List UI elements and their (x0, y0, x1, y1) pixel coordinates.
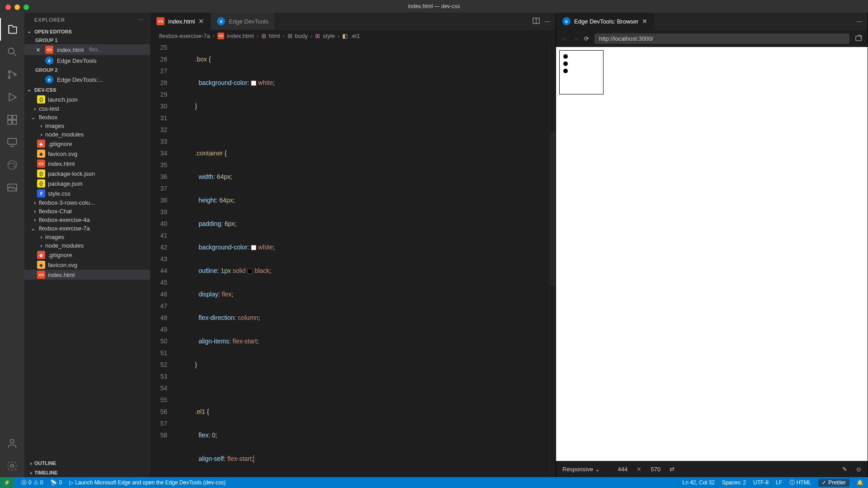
status-errors[interactable]: ⓧ 0 ⚠ 0 (21, 479, 43, 487)
file-index-html-1[interactable]: <>index.html (24, 159, 150, 169)
open-editor-edge-devtools[interactable]: e Edge DevTools (24, 55, 150, 66)
tab-edge-devtools[interactable]: e Edge DevTools (211, 13, 275, 30)
viewport-height[interactable]: 570 (651, 466, 660, 473)
status-encoding[interactable]: UTF-8 (753, 479, 769, 486)
status-language[interactable]: ⓘ HTML (789, 479, 811, 487)
code-content[interactable]: .box { background-color: white; } .conta… (179, 42, 549, 477)
open-editor-index-html[interactable]: ✕ <> index.html flex... (24, 44, 150, 55)
explorer-activity-icon[interactable] (0, 18, 24, 41)
explorer-title: EXPLORER (34, 17, 65, 23)
file-style-css[interactable]: #style.css (24, 188, 150, 198)
device-toolbar: Responsive ⌄ 444 ✕ 570 ⇄ ✎ ⊙ (556, 461, 868, 477)
html-file-icon: <> (37, 271, 45, 279)
viewport-width[interactable]: 444 (618, 466, 628, 473)
css-file-icon: # (37, 189, 45, 197)
outline-section[interactable]: ⌄OUTLINE (24, 458, 150, 468)
breadcrumb-bar[interactable]: flexbox-exercise-7a› <>index.html› ⊞html… (150, 30, 556, 42)
breadcrumb-body[interactable]: body (295, 33, 308, 39)
folder-flexbox-7a[interactable]: ⌄flexbox-exercise-7a (24, 224, 150, 233)
timeline-section[interactable]: ⌄TIMELINE (24, 468, 150, 477)
chevron-down-icon: ⌄ (595, 466, 600, 473)
folder-flexbox-3rows[interactable]: ⌄flexbox-3-rows-colu... (24, 198, 150, 207)
remote-activity-icon[interactable] (0, 131, 24, 154)
tab-edge-browser[interactable]: e Edge DevTools: Browser ✕ (556, 13, 654, 30)
folder-css-test[interactable]: ⌄css-test (24, 104, 150, 113)
file-pkg-lock[interactable]: {}package-lock.json (24, 169, 150, 178)
browser-back-icon[interactable]: ← (561, 35, 567, 42)
screenshot-icon[interactable]: ⊙ (856, 466, 861, 473)
folder-node-modules[interactable]: ⌄node_modules (24, 130, 150, 139)
image-activity-icon[interactable] (0, 176, 24, 199)
status-notifications-icon[interactable]: 🔔 (857, 479, 863, 486)
window-maximize-button[interactable] (24, 5, 29, 10)
accounts-activity-icon[interactable] (0, 432, 24, 455)
code-editor[interactable]: 25262728 29303132 33343536 37383940 4142… (150, 42, 556, 477)
open-editors-section[interactable]: ⌄OPEN EDITORS (24, 27, 150, 36)
folder-flexbox-chat[interactable]: ⌄flexbox-Chat (24, 207, 150, 216)
file-pkg[interactable]: {}package.json (24, 178, 150, 188)
svg-point-9 (8, 160, 17, 169)
minimap[interactable] (549, 42, 556, 477)
json-file-icon: {} (37, 95, 45, 103)
explorer-sidebar: EXPLORER ⋯ ⌄OPEN EDITORS GROUP 1 ✕ <> in… (24, 13, 150, 477)
status-prettier[interactable]: ✓ Prettier (818, 479, 849, 487)
file-launch-json[interactable]: {}launch.json (24, 94, 150, 104)
folder-images-2[interactable]: ⌄images (24, 233, 150, 241)
folder-node-modules-2[interactable]: ⌄node_modules (24, 241, 150, 250)
folder-flexbox[interactable]: ⌄flexbox (24, 113, 150, 122)
file-favicon-2[interactable]: ◆favicon.svg (24, 260, 150, 270)
folder-images[interactable]: ⌄images (24, 122, 150, 130)
minimap-slider[interactable] (550, 132, 556, 286)
browser-reload-icon[interactable]: ⟳ (584, 35, 589, 42)
status-indent[interactable]: Spaces: 2 (722, 479, 746, 486)
window-close-button[interactable] (5, 5, 11, 10)
json-file-icon: {} (37, 169, 45, 178)
close-editor-icon[interactable]: ✕ (34, 47, 42, 53)
breadcrumb-folder[interactable]: flexbox-exercise-7a (159, 33, 210, 39)
status-launch-task[interactable]: ▷ Launch Microsoft Edge and open the Edg… (69, 479, 226, 486)
svg-point-11 (10, 439, 14, 443)
group-2-label: GROUP 2 (24, 66, 150, 74)
responsive-select[interactable]: Responsive ⌄ (562, 466, 600, 473)
browser-open-external-icon[interactable] (855, 34, 862, 43)
svg-point-1 (8, 70, 10, 72)
breadcrumb-style[interactable]: style (323, 33, 335, 39)
close-tab-icon[interactable]: ✕ (642, 18, 647, 25)
file-favicon[interactable]: ◆favicon.svg (24, 149, 150, 159)
url-bar[interactable]: http://localhost:3000/ (594, 33, 849, 44)
more-actions-icon[interactable]: ⋯ (544, 18, 550, 25)
source-control-activity-icon[interactable] (0, 63, 24, 86)
remote-status-icon[interactable]: ⚡ (0, 477, 14, 488)
search-activity-icon[interactable] (0, 41, 24, 63)
close-tab-icon[interactable]: ✕ (198, 18, 204, 25)
folder-flexbox-4a[interactable]: ⌄flexbox-exercise-4a (24, 216, 150, 224)
extensions-activity-icon[interactable] (0, 108, 24, 131)
file-gitignore[interactable]: ◆.gitignore (24, 139, 150, 149)
status-eol[interactable]: LF (776, 479, 782, 486)
file-index-html-2[interactable]: <>index.html (24, 270, 150, 280)
split-editor-icon[interactable] (533, 17, 540, 26)
tab-index-html[interactable]: <> index.html ✕ (150, 13, 211, 30)
run-debug-activity-icon[interactable] (0, 86, 24, 108)
status-ports[interactable]: 📡 0 (50, 479, 62, 486)
status-cursor-position[interactable]: Ln 42, Col 32 (683, 479, 715, 486)
editor-group-2: e Edge DevTools: Browser ✕ ⋯ ← → ⟳ http:… (556, 13, 868, 477)
dimension-separator: ✕ (637, 466, 642, 473)
rotate-icon[interactable]: ⇄ (670, 466, 675, 473)
file-gitignore-2[interactable]: ◆.gitignore (24, 250, 150, 260)
breadcrumb-selector[interactable]: .el1 (350, 33, 360, 39)
browser-forward-icon[interactable]: → (573, 35, 579, 42)
gitignore-icon: ◆ (37, 251, 45, 259)
project-section[interactable]: ⌄DEV-CSS (24, 85, 150, 94)
breadcrumb-file[interactable]: index.html (227, 33, 254, 39)
inspect-icon[interactable]: ✎ (842, 466, 847, 473)
open-editor-edge-browser[interactable]: e Edge DevTools:... (24, 74, 150, 85)
more-actions-icon[interactable]: ⋯ (856, 18, 862, 25)
settings-activity-icon[interactable] (0, 455, 24, 477)
tab-bar-2: e Edge DevTools: Browser ✕ ⋯ (556, 13, 868, 30)
svg-rect-14 (856, 36, 861, 41)
explorer-more-icon[interactable]: ⋯ (138, 17, 144, 23)
breadcrumb-html[interactable]: html (269, 33, 280, 39)
edge-activity-icon[interactable] (0, 154, 24, 176)
window-minimize-button[interactable] (14, 5, 20, 10)
